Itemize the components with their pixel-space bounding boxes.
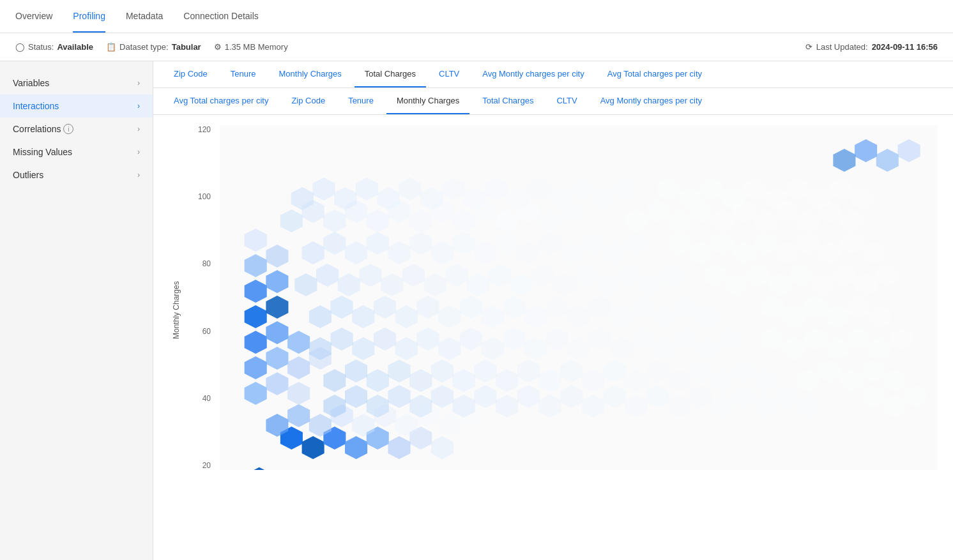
- hex-chart: Monthly Charges 120 100 80 60 40 20: [169, 125, 938, 496]
- top-tab-row: Zip Code Tenure Monthly Charges Total Ch…: [153, 61, 953, 88]
- svg-marker-0: [220, 125, 231, 137]
- status-icon: ◯: [15, 42, 25, 52]
- memory-item: ⚙ 1.35 MB Memory: [214, 42, 288, 52]
- last-updated-value: 2024-09-11 16:56: [872, 42, 938, 52]
- chevron-right-icon: ›: [137, 125, 140, 133]
- status-label: Status:: [28, 42, 54, 52]
- sidebar-item-variables-label: Variables: [13, 78, 49, 88]
- tab-total-charges[interactable]: Total Charges: [355, 61, 426, 87]
- dataset-type-value: Tabular: [172, 42, 201, 52]
- content-area: Zip Code Tenure Monthly Charges Total Ch…: [153, 61, 953, 560]
- y-axis: 120 100 80 60 40 20: [189, 125, 215, 470]
- last-updated-label: Last Updated:: [816, 42, 868, 52]
- chevron-right-icon: ›: [137, 170, 140, 179]
- dataset-type-item: 📋 Dataset type: Tabular: [106, 42, 201, 52]
- sidebar-item-missing-values-label: Missing Values: [13, 147, 72, 157]
- hex-canvas: [220, 125, 938, 470]
- tab2-tenure[interactable]: Tenure: [338, 88, 384, 114]
- sidebar-item-interactions-label: Interactions: [13, 101, 59, 111]
- tab-cltv[interactable]: CLTV: [429, 61, 469, 87]
- sidebar-item-correlations-label: Correlations: [13, 124, 61, 134]
- chevron-right-icon: ›: [137, 102, 140, 110]
- tab2-zip-code[interactable]: Zip Code: [281, 88, 335, 114]
- y-tick-20: 20: [189, 461, 215, 470]
- tab2-monthly-charges[interactable]: Monthly Charges: [386, 88, 469, 114]
- memory-value: 1.35 MB Memory: [225, 42, 288, 52]
- db-icon: 📋: [106, 42, 116, 52]
- settings-icon: ⚙: [214, 42, 222, 52]
- last-updated-item: ⟳ Last Updated: 2024-09-11 16:56: [805, 42, 938, 52]
- y-axis-label: Monthly Charges: [169, 125, 184, 496]
- sidebar-item-missing-values[interactable]: Missing Values ›: [0, 140, 153, 163]
- tab2-total-charges[interactable]: Total Charges: [472, 88, 544, 114]
- nav-tab-overview[interactable]: Overview: [15, 1, 52, 33]
- refresh-icon: ⟳: [805, 42, 812, 52]
- tab-monthly-charges[interactable]: Monthly Charges: [269, 61, 352, 87]
- tab-avg-montly-charges-per-city[interactable]: Avg Montly charges per city: [472, 61, 594, 87]
- chart-container: Monthly Charges 120 100 80 60 40 20: [153, 115, 953, 506]
- tab2-avg-total-charges-per-city[interactable]: Avg Total charges per city: [164, 88, 278, 114]
- hex-chart-svg: [220, 125, 938, 470]
- sidebar-item-interactions[interactable]: Interactions ›: [0, 95, 153, 117]
- y-tick-100: 100: [189, 192, 215, 201]
- status-item: ◯ Status: Available: [15, 42, 93, 52]
- dataset-type-label: Dataset type:: [119, 42, 169, 52]
- y-tick-80: 80: [189, 259, 215, 268]
- main-layout: Variables › Interactions › Correlations …: [0, 61, 953, 560]
- chevron-right-icon: ›: [137, 148, 140, 156]
- sidebar-item-variables[interactable]: Variables ›: [0, 72, 153, 95]
- sidebar-item-outliers-label: Outliers: [13, 170, 43, 180]
- bottom-tab-row: Avg Total charges per city Zip Code Tenu…: [153, 88, 953, 115]
- tab2-avg-montly-charges-per-city[interactable]: Avg Montly charges per city: [590, 88, 712, 114]
- status-bar: ◯ Status: Available 📋 Dataset type: Tabu…: [0, 33, 953, 61]
- sidebar: Variables › Interactions › Correlations …: [0, 61, 153, 560]
- sidebar-item-correlations[interactable]: Correlations i ›: [0, 117, 153, 140]
- nav-tab-profiling[interactable]: Profiling: [73, 1, 105, 33]
- nav-tab-connection-details[interactable]: Connection Details: [183, 1, 259, 33]
- tab-avg-total-charges-per-city[interactable]: Avg Total charges per city: [597, 61, 712, 87]
- y-tick-40: 40: [189, 394, 215, 403]
- info-icon: i: [63, 124, 73, 134]
- y-tick-60: 60: [189, 327, 215, 336]
- chevron-right-icon: ›: [137, 79, 140, 87]
- tab-tenure[interactable]: Tenure: [220, 61, 266, 87]
- sidebar-item-outliers[interactable]: Outliers ›: [0, 163, 153, 186]
- top-navigation: Overview Profiling Metadata Connection D…: [0, 0, 953, 33]
- chart-inner: 120 100 80 60 40 20: [189, 125, 938, 496]
- tab2-cltv[interactable]: CLTV: [546, 88, 587, 114]
- y-tick-120: 120: [189, 125, 215, 134]
- status-value: Available: [57, 42, 93, 52]
- tab-zip-code[interactable]: Zip Code: [164, 61, 218, 87]
- nav-tab-metadata[interactable]: Metadata: [126, 1, 163, 33]
